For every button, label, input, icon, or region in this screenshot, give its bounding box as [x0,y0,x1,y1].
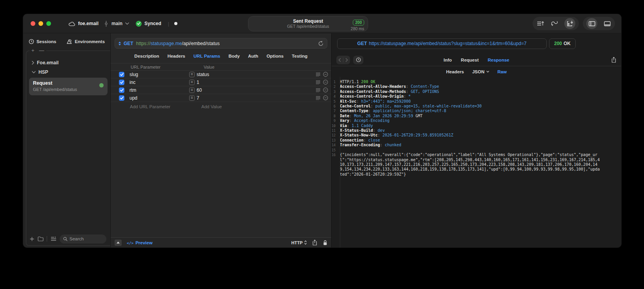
param-name-input[interactable]: upd [130,95,189,101]
param-value-input[interactable]: 7 [197,95,199,101]
value-type-icon[interactable]: = [189,95,195,101]
reorder-icon[interactable] [316,73,320,76]
toggle-bottom-panel-icon[interactable] [603,19,611,28]
zoom-window-button[interactable] [46,21,51,26]
value-type-icon[interactable]: = [189,80,195,85]
response-tab-response[interactable]: Response [488,58,509,62]
group-by-list-icon[interactable] [50,234,57,243]
param-enabled-checkbox[interactable] [119,72,124,77]
reorder-icon[interactable] [316,80,320,84]
line-number: 9 [332,118,338,123]
response-subtab-headers[interactable]: Headers [446,69,464,74]
request-list-item-selected[interactable]: Request GET /api/embed/status [29,78,108,95]
value-type-icon[interactable]: = [189,72,195,77]
response-tab-request[interactable]: Request [461,58,478,62]
line-number: 7 [332,109,338,113]
line-number: 2 [332,84,338,89]
unsaved-changes-dot [174,22,177,25]
status-code-badge: 200 [353,20,364,25]
lock-icon[interactable] [323,238,327,247]
line-text: Via: 1.1 Caddy [340,124,600,128]
param-row-actions [316,95,328,100]
search-placeholder: Search [69,236,84,241]
scroll-to-top-icon[interactable] [536,19,545,28]
add-request-button[interactable] [29,234,34,243]
remove-param-icon[interactable] [323,72,328,77]
protocol-selector[interactable]: HTTP [291,240,307,245]
response-body[interactable]: 1HTTP/1.1 200 OK2Access-Control-Allow-He… [332,77,621,247]
request-editor-pane: GET https://statuspage.me/api/embed/stat… [110,33,332,247]
sent-request-url[interactable]: GET https://statuspage.me/api/embed/stat… [337,38,547,49]
remove-param-icon[interactable] [323,95,328,100]
add-param-name-placeholder[interactable]: Add URL Parameter [130,104,170,109]
import-request-icon[interactable] [564,18,575,29]
add-param-value-placeholder[interactable]: Add Value [201,104,222,109]
param-row-actions [316,80,328,85]
export-response-icon[interactable] [611,56,617,64]
project-name[interactable]: foe.email [78,21,99,26]
editor-tab-url-params[interactable]: URL Params [193,54,220,58]
editor-tab-auth[interactable]: Auth [248,54,258,58]
response-subtab-raw[interactable]: Raw [498,69,507,74]
reorder-icon[interactable] [316,96,320,100]
editor-tab-description[interactable]: Description [134,54,159,58]
param-value-input[interactable]: 60 [197,87,202,93]
branch-name[interactable]: main [111,21,122,26]
value-type-icon[interactable]: = [189,87,195,93]
history-clock-button[interactable] [353,56,363,64]
reload-icon[interactable] [318,39,323,48]
param-value-input[interactable]: 1 [197,80,199,85]
method-selector-icon[interactable] [119,42,121,45]
new-group-folder-icon[interactable] [37,234,44,243]
response-line: 7Content-Type: application/json; charset… [332,109,621,113]
method-label[interactable]: GET [124,41,133,46]
remove-param-icon[interactable] [323,80,328,85]
param-enabled-checkbox[interactable] [119,80,124,85]
preview-button[interactable]: Preview [127,240,153,245]
tree-item-label: HSP [38,69,48,75]
minimize-window-button[interactable] [38,21,43,26]
param-name-input[interactable]: slug [130,72,189,77]
param-name-input[interactable]: rtm [130,87,189,93]
chevron-down-icon[interactable] [125,19,129,28]
forward-button[interactable] [343,58,350,62]
editor-tab-body[interactable]: Body [228,54,240,58]
url-input[interactable]: https://statuspage.me/api/embed/status [136,41,220,46]
sync-status[interactable]: Synced [144,21,161,26]
toggle-left-sidebar-icon[interactable] [586,18,597,29]
sidebar-search-input[interactable]: Search [60,234,106,244]
add-param-row[interactable]: Add URL Parameter Add Value [111,102,331,111]
tab-environments[interactable]: Environments [66,39,105,44]
response-subtab-json[interactable]: JSON [472,69,489,74]
editor-tab-options[interactable]: Options [266,54,283,58]
add-item-button[interactable]: + [31,47,35,54]
param-row: inc=1 [111,78,331,86]
response-line: 3Access-Control-Allow-Methods: GET, OPTI… [332,89,621,94]
params-table: slug=statusinc=1rtm=60upd=7 [111,71,331,102]
protocol-label: HTTP [291,240,303,245]
line-number: 16 [332,153,338,177]
reorder-icon[interactable] [316,88,320,92]
back-button[interactable] [336,58,343,62]
url-bar[interactable]: GET https://statuspage.me/api/embed/stat… [115,38,327,49]
param-value-input[interactable]: status [197,72,209,77]
remove-item-button[interactable]: — [39,47,44,54]
app-window: foe.email main Synced | Sent Request GET… [23,14,621,247]
param-enabled-checkbox[interactable] [119,95,124,101]
response-tab-info[interactable]: Info [443,58,452,62]
editor-tab-testing[interactable]: Testing [292,54,308,58]
share-request-icon[interactable] [312,238,317,247]
tree-item-foe-email[interactable]: Foe.email [26,58,110,67]
title-bar: foe.email main Synced | Sent Request GET… [23,14,621,33]
tree-item-hsp[interactable]: HSP [26,67,110,77]
request-flow-icon[interactable] [550,19,559,28]
request-status-pill[interactable]: Sent Request GET /api/embed/status 200 2… [248,16,368,31]
expand-panel-button[interactable] [115,240,122,246]
editor-tab-headers[interactable]: Headers [168,54,185,58]
param-name-input[interactable]: inc [130,80,189,85]
tab-sessions[interactable]: Sessions [29,39,57,44]
remove-param-icon[interactable] [323,87,328,93]
param-row: rtm=60 [111,86,331,94]
close-window-button[interactable] [31,21,35,26]
param-enabled-checkbox[interactable] [119,87,124,93]
